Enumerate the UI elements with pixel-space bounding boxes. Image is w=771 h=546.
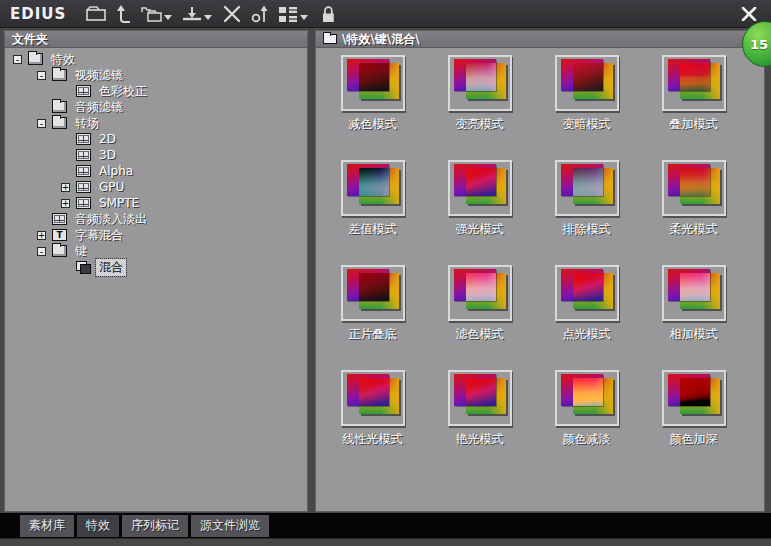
tree-expander[interactable]: - bbox=[37, 71, 46, 80]
effect-thumbnail[interactable] bbox=[555, 55, 619, 111]
effect-item[interactable]: 颜色加深 bbox=[640, 367, 747, 472]
thumbnail-blend-region bbox=[359, 273, 389, 301]
tree-expander[interactable]: - bbox=[37, 119, 46, 128]
effects-grid: 减色模式 变亮模式 变暗模式 bbox=[316, 48, 764, 472]
palette-tab[interactable]: 素材库 bbox=[20, 515, 74, 537]
tree-item-label: 音频滤镜 bbox=[72, 99, 126, 116]
tree-item[interactable]: + SMPTE bbox=[5, 195, 307, 211]
effect-item[interactable]: 正片叠底 bbox=[319, 262, 426, 367]
effect-item[interactable]: 颜色减淡 bbox=[533, 367, 640, 472]
tree-item[interactable]: 音频淡入淡出 bbox=[5, 211, 307, 227]
folder-panel-title: 文件夹 bbox=[12, 31, 48, 48]
effect-item[interactable]: 差值模式 bbox=[319, 157, 426, 262]
effect-item[interactable]: 变亮模式 bbox=[426, 52, 533, 157]
filter-icon bbox=[76, 133, 91, 145]
panel-splitter[interactable] bbox=[308, 30, 315, 512]
tree-item[interactable]: - 特效 bbox=[5, 51, 307, 67]
effect-thumbnail[interactable] bbox=[448, 370, 512, 426]
effect-item-label: 变暗模式 bbox=[563, 116, 611, 133]
tree-expander[interactable]: + bbox=[61, 183, 70, 192]
palette-tab[interactable]: 序列标记 bbox=[122, 515, 188, 537]
effect-thumbnail[interactable] bbox=[341, 55, 405, 111]
effect-item[interactable]: 相加模式 bbox=[640, 262, 747, 367]
tree-item-label: GPU bbox=[96, 180, 127, 194]
palette-tab[interactable]: 特效 bbox=[77, 515, 119, 537]
tree-expander[interactable]: + bbox=[37, 231, 46, 240]
effect-item[interactable]: 线性光模式 bbox=[319, 367, 426, 472]
breadcrumb-path: \特效\键\混合\ bbox=[342, 31, 420, 48]
tree-item[interactable]: + GPU bbox=[5, 179, 307, 195]
thumbnail-blend-region bbox=[573, 273, 603, 301]
effect-item-label: 线性光模式 bbox=[343, 431, 403, 448]
effect-thumbnail[interactable] bbox=[662, 55, 726, 111]
tree-expander[interactable]: - bbox=[13, 55, 22, 64]
effect-item-label: 减色模式 bbox=[349, 116, 397, 133]
folder-open-icon bbox=[28, 53, 43, 65]
effect-item[interactable]: 滤色模式 bbox=[426, 262, 533, 367]
up-level-icon[interactable] bbox=[110, 2, 138, 26]
tree-item[interactable]: - 键 bbox=[5, 243, 307, 259]
effect-item[interactable]: 强光模式 bbox=[426, 157, 533, 262]
view-mode-dropdown-caret[interactable] bbox=[300, 15, 308, 20]
effect-thumbnail[interactable] bbox=[555, 160, 619, 216]
effect-item[interactable]: 柔光模式 bbox=[640, 157, 747, 262]
folder-open-icon bbox=[52, 117, 67, 129]
tree-item[interactable]: 音频滤镜 bbox=[5, 99, 307, 115]
view-mode-icon[interactable] bbox=[274, 2, 302, 26]
effect-thumbnail[interactable] bbox=[448, 265, 512, 321]
effects-list-panel: \特效\键\混合\ 减色模式 变亮模式 bbox=[315, 30, 765, 512]
effect-thumbnail[interactable] bbox=[341, 265, 405, 321]
folder-icon[interactable] bbox=[82, 2, 110, 26]
tree-item[interactable]: 色彩校正 bbox=[5, 83, 307, 99]
tree-item-label: SMPTE bbox=[96, 196, 142, 210]
effect-item-label: 艳光模式 bbox=[456, 431, 504, 448]
effect-thumbnail[interactable] bbox=[662, 370, 726, 426]
thumbnail-blend-region bbox=[466, 63, 496, 91]
lock-icon[interactable] bbox=[314, 2, 342, 26]
effect-thumbnail[interactable] bbox=[662, 265, 726, 321]
palette-tab[interactable]: 源文件浏览 bbox=[191, 515, 269, 537]
main-area: 文件夹 - 特效 - 视频滤镜 色彩校正 音频滤镜 - 转场 2D 3D Alp… bbox=[0, 29, 771, 513]
effect-item[interactable]: 变暗模式 bbox=[533, 52, 640, 157]
folder-icon bbox=[52, 101, 67, 113]
folder-open-icon bbox=[52, 245, 67, 257]
tree-item[interactable]: - 转场 bbox=[5, 115, 307, 131]
effect-item[interactable]: 叠加模式 bbox=[640, 52, 747, 157]
tree-item[interactable]: 3D bbox=[5, 147, 307, 163]
tree-item[interactable]: 混合 bbox=[5, 259, 307, 275]
watermark-badge-text: 15 bbox=[750, 37, 768, 52]
tree-expander[interactable]: + bbox=[61, 199, 70, 208]
effect-thumbnail[interactable] bbox=[341, 370, 405, 426]
tree-item[interactable]: 2D bbox=[5, 131, 307, 147]
edius-effects-palette-window: EDIUS bbox=[0, 0, 771, 546]
new-folder-icon[interactable] bbox=[138, 2, 166, 26]
delete-icon[interactable] bbox=[218, 2, 246, 26]
effect-item[interactable]: 排除模式 bbox=[533, 157, 640, 262]
tree-item-label: 音频淡入淡出 bbox=[72, 211, 150, 228]
new-folder-dropdown-caret[interactable] bbox=[164, 15, 172, 20]
effect-item[interactable]: 点光模式 bbox=[533, 262, 640, 367]
set-default-icon[interactable] bbox=[246, 2, 274, 26]
effect-item-label: 排除模式 bbox=[563, 221, 611, 238]
effect-thumbnail[interactable] bbox=[555, 370, 619, 426]
tree-item[interactable]: Alpha bbox=[5, 163, 307, 179]
filter-icon bbox=[76, 149, 91, 161]
tree-item-label: 色彩校正 bbox=[96, 83, 150, 100]
effect-thumbnail[interactable] bbox=[555, 265, 619, 321]
filter-icon bbox=[76, 85, 91, 97]
effect-thumbnail[interactable] bbox=[448, 55, 512, 111]
effect-item[interactable]: 减色模式 bbox=[319, 52, 426, 157]
add-to-timeline-icon[interactable] bbox=[178, 2, 206, 26]
effect-thumbnail[interactable] bbox=[448, 160, 512, 216]
add-to-timeline-dropdown-caret[interactable] bbox=[204, 15, 212, 20]
tree-expander[interactable]: - bbox=[37, 247, 46, 256]
effect-thumbnail[interactable] bbox=[341, 160, 405, 216]
tree-item[interactable]: - 视频滤镜 bbox=[5, 67, 307, 83]
effect-item[interactable]: 艳光模式 bbox=[426, 367, 533, 472]
effect-item-label: 颜色减淡 bbox=[563, 431, 611, 448]
effect-item-label: 滤色模式 bbox=[456, 326, 504, 343]
effect-item-label: 点光模式 bbox=[563, 326, 611, 343]
effect-thumbnail[interactable] bbox=[662, 160, 726, 216]
filter-icon bbox=[76, 197, 91, 209]
tree-item[interactable]: + 字幕混合 bbox=[5, 227, 307, 243]
